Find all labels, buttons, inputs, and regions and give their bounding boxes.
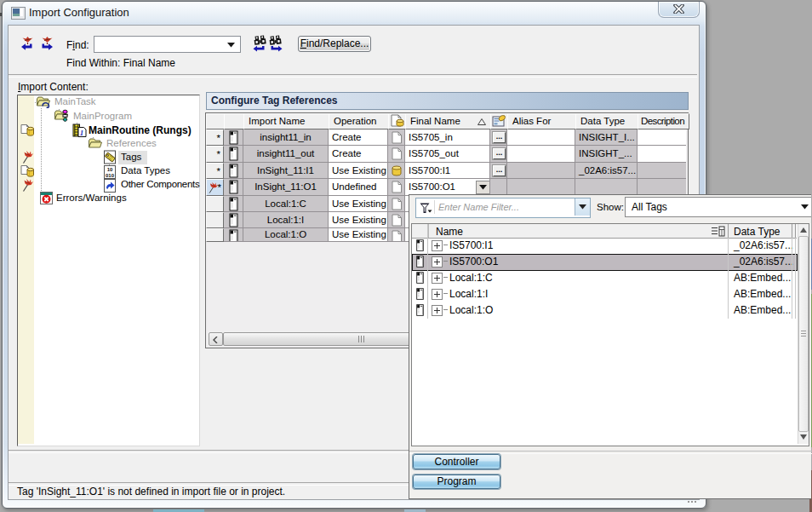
svg-text:10: 10 xyxy=(107,167,113,172)
svg-text:010: 010 xyxy=(106,173,115,178)
svg-text:1: 1 xyxy=(80,129,84,137)
